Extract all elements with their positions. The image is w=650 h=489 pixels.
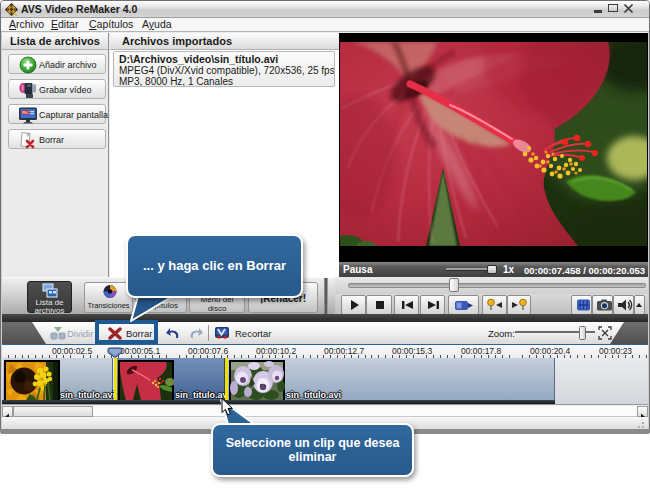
svg-text:REC: REC bbox=[22, 111, 30, 115]
